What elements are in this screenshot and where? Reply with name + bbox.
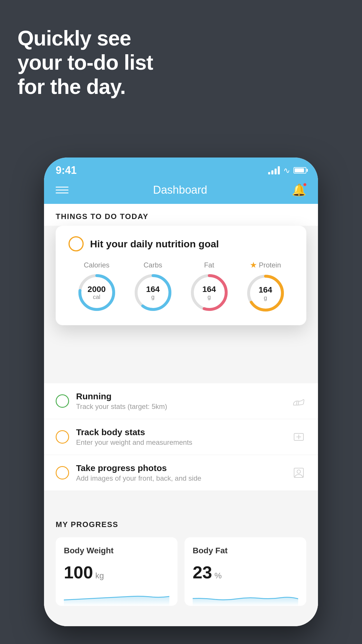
- body-stats-desc: Enter your weight and measurements: [76, 438, 284, 447]
- carbs-label: Carbs: [143, 261, 162, 269]
- card-header: Hit your daily nutrition goal: [68, 236, 294, 251]
- things-today-title: THINGS TO DO TODAY: [56, 212, 149, 221]
- headline: Quickly see your to-do list for the day.: [17, 26, 153, 99]
- body-weight-chart: [64, 588, 169, 606]
- progress-photos-name: Take progress photos: [76, 463, 284, 473]
- running-circle: [56, 394, 69, 408]
- nav-bar: Dashboard 🔔: [44, 178, 318, 204]
- body-fat-value: 23 %: [193, 562, 298, 582]
- body-fat-chart: [193, 588, 298, 606]
- nav-title: Dashboard: [153, 184, 207, 196]
- nutrition-card-title: Hit your daily nutrition goal: [90, 238, 219, 250]
- nutrition-fat: Fat 164 g: [189, 261, 230, 313]
- svg-point-10: [297, 470, 301, 473]
- section-header: THINGS TO DO TODAY: [44, 204, 318, 226]
- running-desc: Track your stats (target: 5km): [76, 402, 284, 411]
- phone-frame: 9:41 ∿ Dashboard 🔔: [44, 158, 318, 626]
- body-stats-circle: [56, 430, 69, 444]
- status-time: 9:41: [56, 164, 77, 176]
- nutrition-card: Hit your daily nutrition goal Calories: [56, 226, 306, 325]
- carbs-ring: 164 g: [133, 272, 173, 313]
- person-icon: [291, 465, 306, 480]
- progress-section: MY PROGRESS Body Weight 100 kg: [44, 508, 318, 612]
- bell-icon[interactable]: 🔔: [292, 183, 306, 197]
- shoe-icon: [291, 393, 306, 409]
- nutrition-calories: Calories 2000 cal: [76, 261, 117, 313]
- body-fat-unit: %: [215, 571, 222, 580]
- progress-photos-desc: Add images of your front, back, and side: [76, 474, 284, 482]
- headline-line3: for the day.: [17, 75, 153, 99]
- todo-list: Running Track your stats (target: 5km): [44, 383, 318, 491]
- headline-line1: Quickly see: [17, 26, 153, 50]
- progress-title: MY PROGRESS: [56, 520, 306, 529]
- body-weight-unit: kg: [95, 571, 104, 580]
- progress-photos-circle: [56, 466, 69, 480]
- body-stats-text: Track body stats Enter your weight and m…: [76, 427, 284, 447]
- fat-label: Fat: [204, 261, 214, 269]
- wifi-icon: ∿: [283, 166, 290, 175]
- body-stats-name: Track body stats: [76, 427, 284, 437]
- calories-ring: 2000 cal: [76, 272, 117, 313]
- signal-icon: [268, 166, 280, 174]
- menu-icon[interactable]: [56, 187, 68, 193]
- running-name: Running: [76, 391, 284, 401]
- battery-icon: [294, 167, 306, 174]
- nutrition-grid: Calories 2000 cal: [68, 260, 294, 314]
- nutrition-protein: ★ Protein 164 g: [245, 260, 286, 314]
- body-fat-number: 23: [193, 562, 212, 582]
- scale-icon: [291, 429, 306, 444]
- fat-ring: 164 g: [189, 272, 230, 313]
- body-weight-card: Body Weight 100 kg: [56, 537, 178, 606]
- protein-label: Protein: [259, 261, 281, 269]
- nutrition-carbs: Carbs 164 g: [133, 261, 173, 313]
- body-fat-card: Body Fat 23 %: [184, 537, 306, 606]
- body-fat-title: Body Fat: [193, 546, 298, 555]
- progress-photos-text: Take progress photos Add images of your …: [76, 463, 284, 482]
- notification-dot: [303, 183, 307, 187]
- calories-label: Calories: [84, 261, 109, 269]
- todo-progress-photos[interactable]: Take progress photos Add images of your …: [44, 455, 318, 491]
- todo-body-stats[interactable]: Track body stats Enter your weight and m…: [44, 419, 318, 455]
- running-text: Running Track your stats (target: 5km): [76, 391, 284, 411]
- status-icons: ∿: [268, 166, 306, 175]
- headline-line2: your to-do list: [17, 50, 153, 75]
- body-weight-value: 100 kg: [64, 562, 169, 582]
- progress-cards: Body Weight 100 kg: [56, 537, 306, 606]
- todo-running[interactable]: Running Track your stats (target: 5km): [44, 383, 318, 419]
- protein-ring: 164 g: [245, 273, 286, 314]
- body-weight-number: 100: [64, 562, 93, 582]
- content-area: THINGS TO DO TODAY Hit your daily nutrit…: [44, 204, 318, 626]
- body-weight-title: Body Weight: [64, 546, 169, 555]
- todo-circle-nutrition[interactable]: [68, 236, 84, 251]
- protein-star-icon: ★: [250, 260, 257, 270]
- status-bar: 9:41 ∿: [44, 158, 318, 178]
